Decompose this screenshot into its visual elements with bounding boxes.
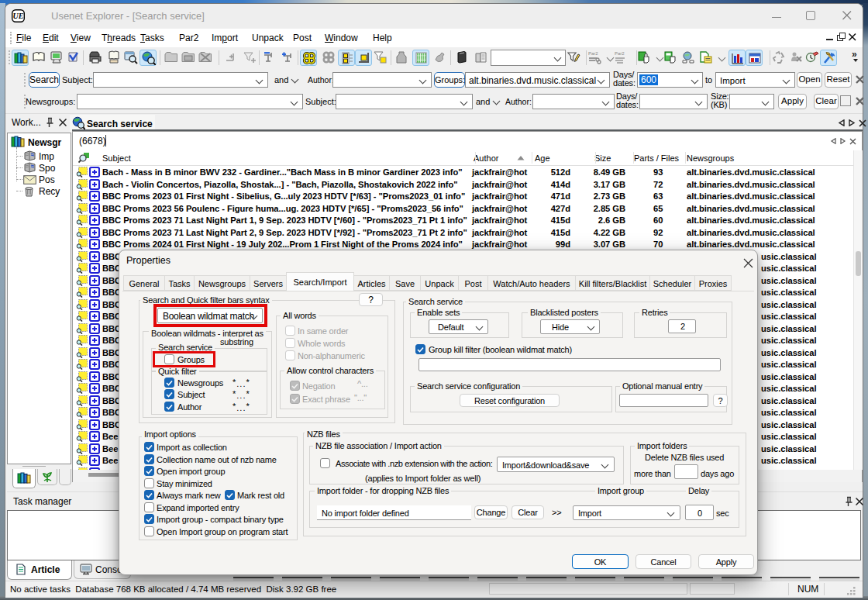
svg-text:UE: UE [13,12,24,20]
svg-text:Par2: Par2 [615,51,625,56]
svg-text:Par2: Par2 [588,51,598,56]
